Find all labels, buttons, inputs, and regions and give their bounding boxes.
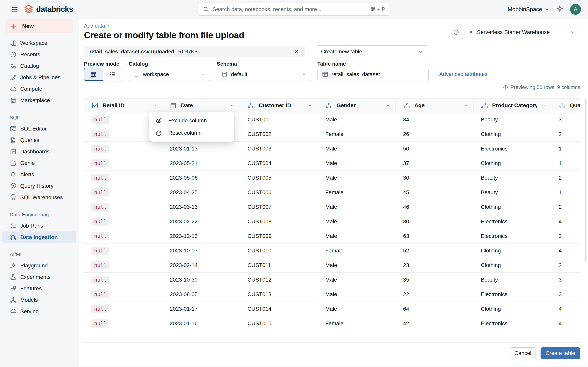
column-menu-chevron-icon[interactable]	[541, 103, 546, 108]
table-cell: 30	[396, 218, 474, 225]
sidebar-item-experiments[interactable]: Experiments	[2, 271, 76, 283]
context-menu-item-exclude-column[interactable]: Exclude column	[149, 114, 234, 127]
list-view-button[interactable]	[103, 68, 122, 81]
column-menu-chevron-icon[interactable]	[463, 103, 468, 108]
column-menu-chevron-icon[interactable]	[152, 103, 157, 108]
sidebar-item-features[interactable]: Features	[2, 283, 76, 294]
column-menu-chevron-icon[interactable]	[230, 103, 235, 108]
schema-dropdown[interactable]: default	[217, 68, 311, 81]
table-mode-dropdown[interactable]: Create new table	[316, 45, 428, 58]
create-table-button[interactable]: Create table	[541, 347, 580, 359]
sidebar-item-serving[interactable]: Serving	[2, 306, 76, 317]
sidebar-item-sql-editor[interactable]: SQL Editor	[2, 123, 76, 134]
context-menu-item-reset-column[interactable]: Reset column	[149, 127, 234, 139]
cancel-button[interactable]: Cancel	[510, 347, 536, 359]
sidebar-item-compute[interactable]: Compute	[2, 83, 76, 95]
table-name-field[interactable]	[317, 68, 429, 81]
jobs-pipelines-icon	[10, 74, 17, 81]
sidebar-item-query-history[interactable]: Query History	[2, 180, 76, 192]
sidebar-item-job-runs[interactable]: Job Runs	[2, 220, 76, 232]
column-header-date[interactable]: Date	[162, 99, 240, 112]
warehouse-status-dot	[469, 30, 473, 34]
table-cell: 2023-04-25	[162, 189, 240, 196]
column-header-retail-id[interactable]: Retail ID	[84, 99, 162, 112]
sidebar-item-models[interactable]: Models	[2, 294, 76, 306]
sidebar-item-dashboards[interactable]: Dashboards	[2, 146, 76, 157]
sidebar-item-marketplace[interactable]: Marketplace	[2, 95, 76, 106]
table-row: null2023-01-16CUST015Female42Electronics…	[84, 316, 580, 331]
remove-file-icon[interactable]	[293, 49, 299, 55]
vertical-scrollbar[interactable]	[585, 99, 587, 262]
global-search[interactable]: ⌘ + P	[198, 3, 390, 16]
workspace-name: MobbinSpace	[508, 6, 542, 13]
table-row: null2023-01-13CUST003Male50Electronics1	[84, 142, 580, 156]
column-menu-chevron-icon[interactable]	[308, 103, 313, 108]
sidebar-item-recents[interactable]: Recents	[2, 49, 76, 60]
breadcrumb-add-data-link[interactable]: Add data	[84, 23, 105, 29]
sidebar-item-workspace[interactable]: Workspace	[2, 37, 76, 49]
table-body: nullCUST001Male34Beauty3nullCUST002Femal…	[84, 112, 580, 331]
table-cell: 64	[396, 306, 474, 312]
null-value-pill: null	[91, 130, 110, 138]
table-cell: 63	[396, 233, 474, 239]
sidebar-item-jobs-pipelines[interactable]: Jobs & Pipelines	[2, 72, 76, 83]
page-title: Create or modify table from file upload	[84, 30, 244, 40]
search-input[interactable]	[213, 6, 367, 12]
table-cell: 2	[551, 262, 580, 268]
table-cell: 37	[396, 160, 474, 167]
column-header-quantity[interactable]: 123Quantity	[551, 99, 580, 112]
warehouse-selector[interactable]: Serverless Starter Warehouse	[464, 26, 580, 38]
catalog-dropdown[interactable]: workspace	[129, 68, 210, 81]
sidebar-item-label: Compute	[20, 86, 42, 92]
table-cell: null	[84, 174, 162, 182]
marketplace-icon	[10, 97, 17, 104]
assistant-sparkle-icon[interactable]	[555, 5, 564, 14]
sidebar-item-label: Dashboards	[20, 149, 50, 155]
sidebar-item-label: Query History	[20, 183, 53, 189]
table-cell: 2	[551, 175, 580, 181]
sidebar-item-alerts[interactable]: Alerts	[2, 169, 76, 180]
hamburger-menu-icon[interactable]	[11, 6, 18, 13]
sidebar-item-genie[interactable]: Genie	[2, 157, 76, 169]
table-row: null2023-05-06CUST005Male30Beauty2	[84, 171, 580, 185]
sidebar-item-sql-warehouses[interactable]: SQL Warehouses	[2, 192, 76, 203]
sidebar-item-data-ingestion[interactable]: Data Ingestion	[2, 232, 76, 243]
breadcrumb-chevron: ›	[108, 23, 110, 29]
grid-view-button[interactable]	[84, 68, 103, 81]
sidebar-item-queries[interactable]: Queries	[2, 134, 76, 146]
table-cell: Clothing	[474, 262, 551, 268]
preview-summary-text: Previewing 50 rows, 9 columns	[510, 84, 580, 90]
sidebar-item-label: Data Ingestion	[20, 234, 58, 240]
table-cell: Male	[318, 218, 396, 225]
table-cell: 52	[396, 248, 474, 254]
warehouse-info-icon[interactable]	[453, 29, 459, 35]
table-cell: Female	[318, 131, 396, 137]
table-cell: 4	[551, 320, 580, 327]
table-cell: Beauty	[474, 117, 551, 123]
new-button[interactable]: New	[5, 19, 73, 33]
table-cell: 2023-03-13	[162, 204, 240, 210]
sidebar-item-playground[interactable]: Playground	[2, 260, 76, 271]
table-cell: null	[84, 159, 162, 167]
avatar[interactable]: A	[570, 4, 581, 15]
table-cell: 30	[396, 175, 474, 181]
column-header-gender[interactable]: ABCGender	[318, 99, 396, 112]
sidebar-item-catalog[interactable]: Catalog	[2, 60, 76, 72]
workspace-switcher[interactable]: MobbinSpace	[508, 6, 550, 13]
sidebar-item-label: Jobs & Pipelines	[20, 74, 61, 81]
number-type-icon: 123	[559, 102, 566, 109]
table-row: null2023-02-22CUST008Male30Electronics4	[84, 214, 580, 229]
table-name-input[interactable]	[331, 71, 424, 77]
column-header-product-category[interactable]: ABCProduct Category	[474, 99, 551, 112]
column-header-age[interactable]: 123Age	[396, 99, 474, 112]
column-header-customer-id[interactable]: ABCCustomer ID	[240, 99, 318, 112]
experiments-icon	[10, 274, 17, 281]
null-value-pill: null	[91, 217, 110, 226]
workspace-icon	[10, 40, 17, 47]
table-cell: Male	[318, 233, 396, 239]
advanced-attributes-link[interactable]: Advanced attributes	[439, 71, 487, 77]
table-cell: 42	[396, 320, 474, 327]
column-menu-chevron-icon[interactable]	[385, 103, 390, 108]
table-cell: 45	[396, 189, 474, 196]
null-value-pill: null	[91, 159, 110, 167]
